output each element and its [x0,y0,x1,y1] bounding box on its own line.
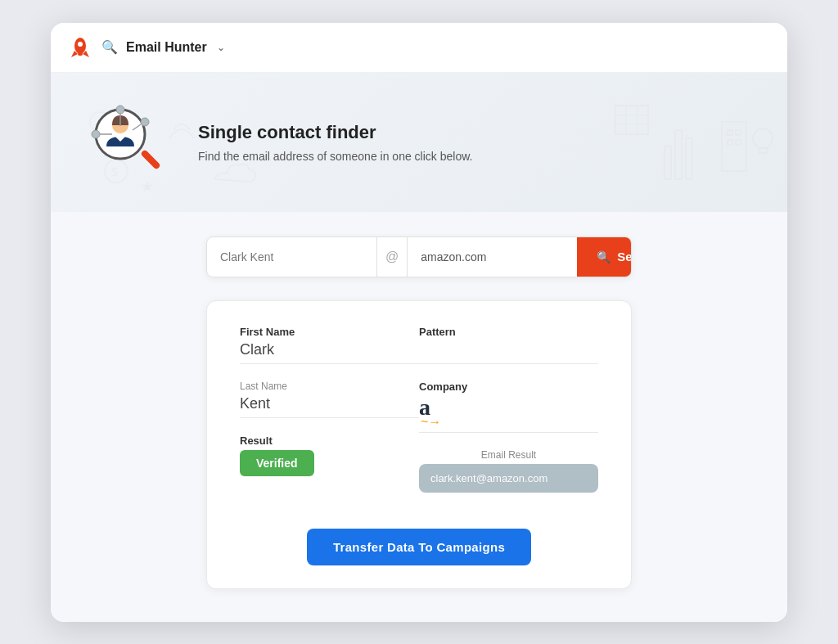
search-bar: @ 🔍 Search [206,236,632,277]
result-grid: First Name Clark Last Name Kent Result V… [240,326,598,509]
email-result-field: Email Result clark.kent@amazon.com [419,449,598,493]
verified-badge: Verified [240,450,314,476]
name-input[interactable] [207,239,376,275]
transfer-btn-row: Transfer Data To Campaigns [240,529,598,565]
last-name-label: Last Name [240,381,419,392]
last-name-field: Last Name Kent [240,381,419,418]
hero-section: $ ★ [51,73,787,212]
svg-rect-20 [615,106,648,134]
hero-text: Single contact finder Find the email add… [198,122,472,163]
first-name-field: First Name Clark [240,326,419,364]
hero-illustration [83,97,173,187]
email-result-value: clark.kent@amazon.com [419,464,598,493]
search-icon: 🔍 [101,39,118,55]
amazon-logo: a ~→ [419,396,598,433]
svg-rect-13 [722,122,746,171]
svg-rect-17 [736,140,741,145]
company-field: Company a ~→ [419,381,598,433]
app-title: Email Hunter [126,40,207,55]
search-btn-icon: 🔍 [597,250,610,263]
left-col: First Name Clark Last Name Kent Result V… [240,326,419,509]
company-label: Company [419,381,598,393]
svg-rect-25 [140,149,160,169]
svg-point-18 [753,128,773,148]
first-name-label: First Name [240,326,419,338]
at-separator: @ [376,237,408,277]
svg-rect-11 [675,130,682,179]
search-button[interactable]: 🔍 Search [577,237,632,277]
first-name-value: Clark [240,341,419,364]
svg-rect-19 [759,148,767,153]
svg-point-29 [116,106,124,114]
transfer-button[interactable]: Transfer Data To Campaigns [307,529,531,565]
svg-point-3 [78,42,83,47]
svg-point-28 [92,130,100,138]
domain-input[interactable] [408,239,577,275]
app-window: 🔍 Email Hunter ⌄ $ ★ [51,23,787,622]
pattern-value [419,341,598,364]
pattern-label: Pattern [419,326,598,338]
svg-rect-14 [728,130,732,135]
svg-rect-12 [686,138,692,179]
chevron-down-icon[interactable]: ⌄ [217,42,225,53]
result-field: Result Verified [240,435,419,476]
svg-rect-10 [665,146,671,179]
svg-rect-15 [736,130,741,135]
rocket-logo [67,34,93,61]
svg-rect-16 [728,140,732,145]
email-result-label: Email Result [419,449,598,461]
top-bar: 🔍 Email Hunter ⌄ [51,23,787,73]
hero-subtitle: Find the email address of someone in one… [198,150,472,163]
last-name-value: Kent [240,395,419,418]
svg-point-30 [141,118,149,126]
pattern-field: Pattern [419,326,598,364]
svg-rect-4 [78,52,83,56]
result-label: Result [240,435,419,447]
right-col: Pattern Company a ~→ Email Result clark. [419,326,598,509]
main-content: @ 🔍 Search First Name Clark Last Name [51,212,787,622]
hero-title: Single contact finder [198,122,472,143]
search-button-label: Search [617,250,632,263]
result-card: First Name Clark Last Name Kent Result V… [206,300,632,589]
